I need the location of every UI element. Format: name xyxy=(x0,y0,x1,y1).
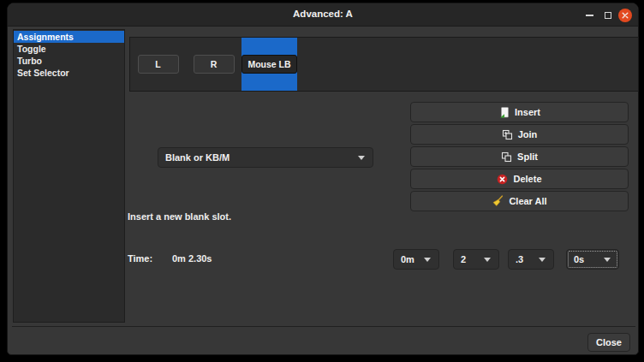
advanced-dialog-window: Advanced: A Assignments Toggle Turbo Set… xyxy=(7,3,639,355)
delete-icon xyxy=(497,174,508,185)
minimize-button[interactable] xyxy=(581,3,597,27)
split-button[interactable]: Split xyxy=(410,146,629,167)
delete-button[interactable]: Delete xyxy=(410,169,629,189)
split-button-label: Split xyxy=(517,151,538,162)
chevron-down-icon xyxy=(484,258,491,262)
time-seconds-dropdown[interactable]: 2 xyxy=(453,249,499,270)
slots-panel: L R Mouse LB xyxy=(129,37,639,92)
window-title: Advanced: A xyxy=(8,9,638,19)
time-tenths-value: .3 xyxy=(509,254,539,264)
insert-document-icon xyxy=(498,107,510,118)
slot-description: Insert a new blank slot. xyxy=(128,211,231,222)
sidebar-item-toggle[interactable]: Toggle xyxy=(14,43,124,55)
join-button-label: Join xyxy=(518,129,538,139)
delete-button-label: Delete xyxy=(513,174,541,184)
close-button[interactable]: Close xyxy=(587,333,630,352)
time-hundredths-dropdown[interactable]: 0s xyxy=(566,249,619,270)
time-tenths-dropdown[interactable]: .3 xyxy=(508,249,554,270)
chevron-down-icon xyxy=(539,258,546,262)
chevron-down-icon xyxy=(604,258,611,262)
time-minutes-value: 0m xyxy=(394,254,424,264)
time-seconds-value: 2 xyxy=(454,254,484,264)
split-icon xyxy=(501,151,512,163)
join-icon xyxy=(502,129,513,140)
time-label: Time: xyxy=(128,253,152,264)
clear-all-button[interactable]: Clear All xyxy=(410,191,629,211)
slot-button-l[interactable]: L xyxy=(138,55,179,74)
sidebar-item-set-selector[interactable]: Set Selector xyxy=(14,67,124,79)
slot-type-dropdown[interactable]: Blank or KB/M xyxy=(158,147,373,168)
time-value: 0m 2.30s xyxy=(172,253,212,264)
insert-button[interactable]: Insert xyxy=(410,102,629,122)
close-icon xyxy=(618,9,632,22)
slot-button-mouse-lb[interactable]: Mouse LB xyxy=(242,55,297,74)
clear-all-button-label: Clear All xyxy=(509,196,546,206)
footer-separator xyxy=(12,326,635,327)
sidebar: Assignments Toggle Turbo Set Selector xyxy=(13,29,125,323)
insert-button-label: Insert xyxy=(515,107,540,117)
slot-cell-l[interactable]: L xyxy=(130,38,186,91)
sidebar-item-assignments[interactable]: Assignments xyxy=(14,31,124,43)
join-button[interactable]: Join xyxy=(410,124,629,145)
slot-cell-r[interactable]: R xyxy=(186,38,242,91)
chevron-down-icon xyxy=(358,156,365,160)
slot-type-dropdown-value: Blank or KB/M xyxy=(158,152,358,163)
maximize-icon xyxy=(605,12,611,19)
time-hundredths-value: 0s xyxy=(567,254,604,264)
chevron-down-icon xyxy=(424,258,431,262)
screen: Advanced: A Assignments Toggle Turbo Set… xyxy=(0,0,644,362)
sidebar-item-turbo[interactable]: Turbo xyxy=(14,55,124,67)
slot-cell-mouse-lb[interactable]: Mouse LB xyxy=(242,38,297,91)
broom-icon xyxy=(492,195,504,207)
time-minutes-dropdown[interactable]: 0m xyxy=(393,249,439,270)
slot-button-r[interactable]: R xyxy=(194,55,235,74)
titlebar: Advanced: A xyxy=(8,3,638,27)
minimize-icon xyxy=(586,15,593,16)
maximize-button[interactable] xyxy=(600,3,616,27)
close-window-button[interactable] xyxy=(616,3,635,27)
